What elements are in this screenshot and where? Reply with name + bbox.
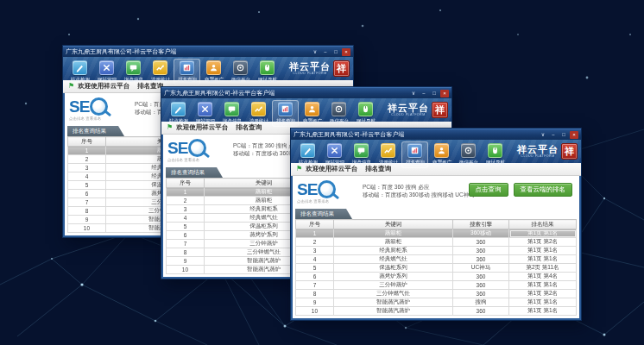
toolbar-item-site-nav[interactable]: 网址导航 bbox=[254, 59, 281, 85]
table-row[interactable]: 10智能蒸汽蒸炉360第1页 第1名 bbox=[296, 307, 577, 316]
window-title: 广东九鼎王厨具有限公司-祥云平台客户端 bbox=[66, 47, 311, 56]
toolbar-item-traffic-stats[interactable]: 流量统计 bbox=[147, 59, 174, 85]
close-button[interactable]: × bbox=[440, 90, 449, 97]
title-bar[interactable]: 广东九鼎王厨具有限公司-祥云平台客户端 ∨ − □ × bbox=[63, 46, 353, 57]
toolbar-item-wechat-platform[interactable]: 微信平台 bbox=[227, 59, 254, 85]
pc-engines: PC端：百度 360 搜狗 必应 bbox=[363, 183, 475, 191]
col-header-keyword[interactable]: 关键词 bbox=[333, 220, 452, 229]
desktop-background: 广东九鼎王厨具有限公司-祥云平台客户端 ∨ − □ × 站点检测 网站管理 bbox=[0, 0, 644, 345]
tab-rank-results[interactable]: 排名查询结果 bbox=[295, 209, 352, 219]
main-toolbar: 站点检测 网站管理 询盘信息 流量统计 bbox=[291, 140, 581, 163]
table-row[interactable]: 8三分钟燃气灶360第1页 第2名 bbox=[296, 290, 577, 298]
minimize-button[interactable]: − bbox=[549, 131, 558, 139]
window-title: 广东九鼎王厨具有限公司-祥云平台客户端 bbox=[294, 130, 539, 139]
tab-rank-results[interactable]: 排名查询结果 bbox=[67, 126, 124, 136]
brand-block: 祥云平台 CLOUD PLATFORM 祥 bbox=[388, 100, 448, 118]
table-row[interactable]: 5保温柜系列UC神马第2页 第11名 bbox=[296, 264, 577, 273]
brand-seal-logo: 祥 bbox=[561, 143, 578, 160]
maximize-button[interactable]: □ bbox=[430, 90, 439, 97]
scan-icon bbox=[331, 102, 346, 116]
brand-subtitle: CLOUD PLATFORM bbox=[389, 113, 426, 116]
toolbar-item-inquiry[interactable]: 询盘信息 bbox=[348, 141, 375, 168]
toolbar-item-wechat-platform[interactable]: 微信平台 bbox=[325, 100, 352, 127]
seo-logo-text: SE bbox=[167, 140, 187, 156]
toolbar-item-site-manage[interactable]: 网站管理 bbox=[192, 100, 218, 127]
toolbar-item-site-nav[interactable]: 网址导航 bbox=[482, 141, 508, 168]
col-header-index[interactable]: 序号 bbox=[68, 137, 106, 147]
title-bar[interactable]: 广东九鼎王厨具有限公司-祥云平台客户端 ∨ − □ × bbox=[291, 129, 581, 140]
table-row[interactable]: 6蒸烤炉系列360第1页 第4名 bbox=[296, 273, 577, 281]
query-button[interactable]: 点击查询 bbox=[469, 183, 508, 197]
toolbar-item-wechat-platform[interactable]: 微信平台 bbox=[455, 141, 482, 168]
line-chart-icon bbox=[153, 60, 167, 75]
seo-logo: SE 点击排名 查看排名 bbox=[69, 97, 123, 121]
toolbar-item-rank-query[interactable]: 排名查询 bbox=[174, 59, 200, 85]
table-row[interactable]: 7三分钟蒸炉360第1页 第1名 bbox=[296, 281, 577, 290]
minimize-button[interactable]: − bbox=[420, 90, 428, 97]
brand-seal-logo: 祥 bbox=[432, 102, 448, 118]
bar-chart-icon bbox=[278, 102, 293, 116]
pencil-icon bbox=[300, 143, 315, 158]
maximize-button[interactable]: □ bbox=[559, 131, 568, 139]
minimize-button[interactable]: − bbox=[321, 48, 330, 56]
maximize-button[interactable]: □ bbox=[331, 48, 340, 56]
col-header-engine[interactable]: 搜索引擎 bbox=[453, 220, 509, 229]
magnifier-icon bbox=[188, 139, 206, 157]
chat-icon bbox=[126, 60, 141, 75]
seo-slogan: 点击排名 查看排名 bbox=[297, 198, 345, 203]
title-bar[interactable]: 广东九鼎王厨具有限公司-祥云平台客户端 ∨ − □ × bbox=[161, 87, 451, 98]
toolbar-item-site-check[interactable]: 站点检测 bbox=[165, 100, 192, 127]
toolbar-item-inquiry[interactable]: 询盘信息 bbox=[120, 59, 147, 85]
close-button[interactable]: × bbox=[342, 48, 350, 56]
tab-rank-results[interactable]: 排名查询结果 bbox=[166, 167, 223, 178]
col-header-rank[interactable]: 排名结果 bbox=[509, 220, 577, 229]
table-header-row: 序号 关键词 搜索引擎 排名结果 bbox=[296, 220, 577, 229]
table-row[interactable]: 1蒸箱柜360移动第1页 第1名 bbox=[296, 229, 577, 238]
skin-button[interactable]: ∨ bbox=[539, 131, 547, 139]
table-row[interactable]: 2蒸箱柜360第1页 第2名 bbox=[296, 238, 577, 247]
seo-header: SE 点击排名 查看排名 PC端：百度 360 搜狗 必应 移动端：百度移动 3… bbox=[295, 178, 577, 209]
user-icon bbox=[206, 60, 221, 75]
cloud-rank-button[interactable]: 查看云端的排名 bbox=[514, 183, 573, 197]
seo-slogan: 点击排名 查看排名 bbox=[167, 157, 216, 161]
toolbar-item-site-check[interactable]: 站点检测 bbox=[294, 141, 321, 168]
magnifier-icon bbox=[318, 180, 336, 198]
skin-button[interactable]: ∨ bbox=[409, 90, 418, 97]
table-row[interactable]: 9智能蒸汽蒸炉搜狗第1页 第1名 bbox=[296, 298, 577, 307]
toolbar-item-site-check[interactable]: 站点检测 bbox=[66, 59, 93, 85]
magnifier-icon bbox=[90, 97, 108, 116]
toolbar-item-traffic-stats[interactable]: 流量统计 bbox=[375, 141, 401, 168]
tools-icon bbox=[327, 143, 342, 158]
mouse-icon bbox=[488, 143, 502, 158]
table-row[interactable]: 4经典燃气灶360第1页 第1名 bbox=[296, 255, 577, 264]
toolbar-item-alliance-promo[interactable]: 商盟推广 bbox=[428, 141, 455, 168]
toolbar-item-rank-query[interactable]: 排名查询 bbox=[401, 141, 428, 168]
table-row[interactable]: 3经典厨柜系360第1页 第1名 bbox=[296, 247, 577, 255]
chat-icon bbox=[224, 102, 239, 116]
skin-button[interactable]: ∨ bbox=[311, 48, 319, 56]
seo-logo: SE 点击排名 查看排名 bbox=[167, 139, 221, 162]
toolbar-item-alliance-promo[interactable]: 商盟推广 bbox=[200, 59, 227, 85]
bar-chart-icon bbox=[407, 143, 422, 158]
toolbar-item-inquiry[interactable]: 询盘信息 bbox=[218, 100, 245, 127]
user-icon bbox=[434, 143, 449, 158]
brand-block: 祥云平台 CLOUD PLATFORM 祥 bbox=[289, 59, 350, 77]
seo-slogan: 点击排名 查看排名 bbox=[69, 116, 117, 120]
col-header-index[interactable]: 序号 bbox=[167, 179, 205, 188]
line-chart-icon bbox=[381, 143, 395, 158]
scan-icon bbox=[461, 143, 476, 158]
toolbar-item-site-nav[interactable]: 网址导航 bbox=[352, 100, 379, 127]
toolbar-item-rank-query[interactable]: 排名查询 bbox=[272, 100, 299, 127]
toolbar-item-site-manage[interactable]: 网站管理 bbox=[93, 59, 120, 85]
close-button[interactable]: × bbox=[570, 131, 578, 139]
main-toolbar: 站点检测 网站管理 询盘信息 流量统计 bbox=[161, 98, 451, 122]
engine-list: PC端：百度 360 搜狗 必应 移动端：百度移动 360移动 搜狗移动 UC神… bbox=[363, 183, 475, 198]
col-header-index[interactable]: 序号 bbox=[296, 220, 334, 229]
chat-icon bbox=[354, 143, 369, 158]
rank-table: 序号 关键词 搜索引擎 排名结果 1蒸箱柜360移动第1页 第1名 2蒸箱柜36… bbox=[295, 219, 577, 316]
tools-icon bbox=[99, 60, 114, 75]
toolbar-item-site-manage[interactable]: 网站管理 bbox=[321, 141, 348, 168]
toolbar-item-traffic-stats[interactable]: 流量统计 bbox=[245, 100, 272, 127]
toolbar-item-alliance-promo[interactable]: 商盟推广 bbox=[299, 100, 325, 127]
bar-chart-icon bbox=[180, 60, 194, 75]
